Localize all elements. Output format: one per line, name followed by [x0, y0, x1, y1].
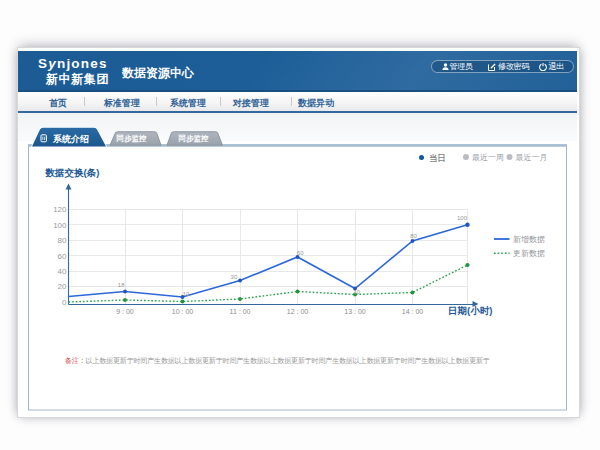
svg-text:13 : 00: 13 : 00 [344, 308, 366, 315]
svg-text:日期(小时): 日期(小时) [448, 305, 492, 316]
svg-text:80: 80 [58, 236, 67, 245]
svg-text:最近一月: 最近一月 [516, 153, 548, 162]
svg-text:10: 10 [183, 291, 190, 297]
svg-text:数据交换(条): 数据交换(条) [45, 167, 100, 178]
svg-text:10 : 00: 10 : 00 [172, 308, 194, 315]
svg-text:9 : 00: 9 : 00 [116, 308, 134, 315]
svg-text:系统介绍: 系统介绍 [52, 134, 89, 144]
svg-text:新增数据: 新增数据 [513, 235, 545, 244]
svg-text:0: 0 [62, 298, 67, 307]
svg-text:120: 120 [53, 205, 67, 214]
svg-text:100: 100 [457, 215, 468, 221]
svg-text:最近一周: 最近一周 [472, 153, 504, 162]
svg-text:更新数据: 更新数据 [513, 249, 545, 258]
svg-text:30: 30 [231, 274, 238, 280]
svg-text:11 : 00: 11 : 00 [230, 308, 251, 315]
svg-text:60: 60 [58, 252, 67, 261]
svg-text:40: 40 [58, 267, 67, 276]
svg-text:20: 20 [58, 282, 67, 291]
svg-text:同步监控: 同步监控 [179, 134, 210, 143]
svg-text:100: 100 [53, 221, 67, 230]
svg-text:当日: 当日 [429, 153, 446, 163]
svg-text:10: 10 [353, 289, 360, 295]
svg-text:同步监控: 同步监控 [117, 134, 148, 143]
svg-text:60: 60 [297, 250, 304, 256]
svg-text:备注：以上数据更新于时间产生数据以上数据更新于时间产生数据以: 备注：以上数据更新于时间产生数据以上数据更新于时间产生数据以上数据更新于时间产生… [65, 356, 490, 365]
svg-text:12 : 00: 12 : 00 [287, 308, 309, 315]
svg-text:80: 80 [410, 233, 417, 239]
svg-text:18: 18 [118, 282, 125, 288]
svg-text:14 : 00: 14 : 00 [402, 308, 424, 315]
